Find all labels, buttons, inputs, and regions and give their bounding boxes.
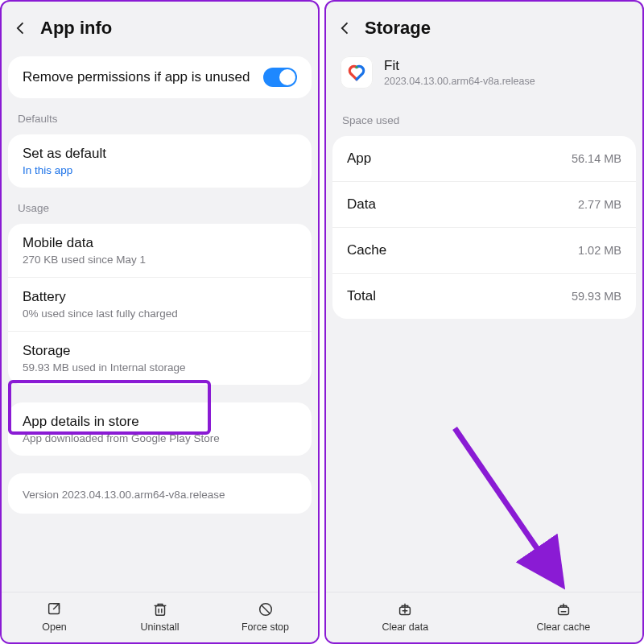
svg-line-5: [455, 428, 559, 581]
clear-data-button[interactable]: Clear data: [326, 592, 485, 642]
uninstall-button[interactable]: Uninstall: [107, 592, 213, 642]
battery-title: Battery: [23, 289, 297, 305]
open-label: Open: [42, 621, 67, 633]
app-size-val: 56.14 MB: [572, 152, 621, 165]
back-icon[interactable]: [337, 20, 353, 36]
defaults-section-label: Defaults: [2, 101, 318, 131]
trash-icon: [151, 601, 169, 618]
app-details-sub: App downloaded from Google Play Store: [23, 432, 297, 444]
clear-cache-label: Clear cache: [536, 621, 590, 633]
battery-row[interactable]: Battery 0% used since last fully charged: [8, 277, 312, 331]
app-version: 2023.04.13.00.arm64-v8a.release: [384, 76, 535, 87]
storage-sub: 59.93 MB used in Internal storage: [23, 361, 297, 374]
open-button[interactable]: Open: [2, 592, 107, 642]
data-size-row: Data 2.77 MB: [332, 181, 636, 227]
version-card: Version 2023.04.13.00.arm64-v8a.release: [8, 473, 312, 514]
force-stop-button[interactable]: Force stop: [213, 592, 318, 642]
force-stop-label: Force stop: [242, 621, 289, 633]
mobile-data-row[interactable]: Mobile data 270 KB used since May 1: [8, 224, 312, 277]
app-details-card: App details in store App downloaded from…: [8, 402, 312, 456]
clear-data-label: Clear data: [382, 621, 428, 633]
app-header: Fit 2023.04.13.00.arm64-v8a.release: [326, 53, 642, 103]
mobile-data-sub: 270 KB used since May 1: [23, 254, 297, 266]
fit-app-icon: [341, 56, 373, 89]
version-text: Version 2023.04.13.00.arm64-v8a.release: [23, 489, 297, 501]
space-used-card: App 56.14 MB Data 2.77 MB Cache 1.02 MB …: [332, 136, 636, 319]
svg-rect-1: [155, 605, 164, 615]
storage-title: Storage: [23, 343, 297, 359]
cache-size-row: Cache 1.02 MB: [332, 227, 636, 273]
data-size-key: Data: [347, 196, 376, 213]
cache-size-val: 1.02 MB: [578, 244, 621, 257]
total-size-key: Total: [347, 288, 376, 304]
set-as-default-row[interactable]: Set as default In this app: [8, 134, 312, 188]
header: App info: [2, 2, 318, 53]
space-used-label: Space used: [326, 103, 642, 133]
clear-cache-icon: [555, 601, 572, 618]
app-size-key: App: [347, 151, 371, 167]
set-as-default-sub: In this app: [23, 164, 297, 176]
usage-card: Mobile data 270 KB used since May 1 Batt…: [8, 224, 312, 385]
defaults-card: Set as default In this app: [8, 134, 312, 188]
svg-rect-4: [558, 607, 568, 614]
app-size-row: App 56.14 MB: [332, 136, 636, 181]
remove-permissions-row[interactable]: Remove permissions if app is unused: [8, 56, 312, 98]
forbid-icon: [257, 601, 275, 618]
page-title: Storage: [365, 18, 431, 39]
storage-screen: Storage Fit 2023.04.13.00.arm64-v8a.rele…: [324, 0, 644, 644]
page-title: App info: [40, 18, 112, 39]
mobile-data-title: Mobile data: [23, 235, 297, 251]
clear-cache-button[interactable]: Clear cache: [485, 592, 643, 642]
annotation-arrow: [447, 420, 576, 597]
app-details-row[interactable]: App details in store App downloaded from…: [8, 402, 312, 456]
data-size-val: 2.77 MB: [578, 198, 621, 211]
back-icon[interactable]: [13, 20, 29, 36]
storage-row[interactable]: Storage 59.93 MB used in Internal storag…: [8, 331, 312, 385]
battery-sub: 0% used since last fully charged: [23, 308, 297, 320]
clear-data-icon: [396, 601, 414, 618]
bottom-bar: Open Uninstall Force stop: [2, 592, 318, 642]
remove-permissions-label: Remove permissions if app is unused: [23, 69, 263, 85]
open-icon: [46, 601, 64, 618]
total-size-val: 59.93 MB: [572, 290, 621, 303]
app-details-title: App details in store: [23, 414, 297, 430]
header: Storage: [326, 2, 642, 53]
set-as-default-title: Set as default: [23, 146, 297, 162]
uninstall-label: Uninstall: [141, 621, 180, 633]
total-size-row: Total 59.93 MB: [332, 273, 636, 319]
app-name: Fit: [384, 58, 535, 74]
toggle-switch-on[interactable]: [263, 68, 297, 87]
usage-section-label: Usage: [2, 191, 318, 221]
app-info-screen: App info Remove permissions if app is un…: [0, 0, 320, 644]
bottom-bar: Clear data Clear cache: [326, 592, 642, 642]
remove-permissions-card: Remove permissions if app is unused: [8, 56, 312, 98]
cache-size-key: Cache: [347, 242, 386, 258]
